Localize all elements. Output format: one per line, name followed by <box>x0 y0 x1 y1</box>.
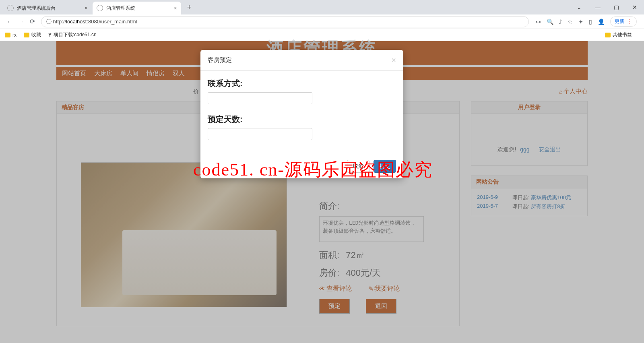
window-controls: ⌄ — ▢ ✕ <box>570 0 644 14</box>
url-input[interactable]: ⓘ http:// localhost :8080/user_main.html <box>41 16 529 27</box>
star-icon[interactable]: ☆ <box>568 19 573 25</box>
tab-active[interactable]: 酒店管理系统 × <box>93 2 181 14</box>
profile-icon[interactable]: 👤 <box>598 19 605 25</box>
address-bar: ← → ⟳ ⓘ http:// localhost :8080/user_mai… <box>0 14 644 29</box>
bookmark-proj[interactable]: Y项目下载:code51.cn <box>48 31 97 38</box>
bookmark-fav[interactable]: 收藏 <box>24 31 41 38</box>
globe-icon <box>97 5 103 11</box>
minimize-icon[interactable]: — <box>588 0 607 14</box>
close-icon[interactable]: × <box>174 5 177 11</box>
booking-modal: 客房预定 × 联系方式: 预定天数: 取消 提交 <box>200 50 403 178</box>
window-close-icon[interactable]: ✕ <box>625 0 644 14</box>
maximize-icon[interactable]: ▢ <box>607 0 625 14</box>
url-rest: :8080/user_main.html <box>87 19 137 25</box>
days-input[interactable] <box>208 128 312 140</box>
y-icon: Y <box>48 32 52 38</box>
days-label: 预定天数: <box>208 114 396 125</box>
bookmark-other[interactable]: 其他书签 <box>605 31 632 38</box>
new-tab-button[interactable]: + <box>184 3 195 12</box>
tab-backend[interactable]: 酒店管理系统后台 × <box>3 2 92 14</box>
close-icon[interactable]: × <box>85 5 88 11</box>
tab-title: 酒店管理系统后台 <box>17 5 56 12</box>
key-icon[interactable]: ⊶ <box>535 19 541 25</box>
panel-icon[interactable]: ▯ <box>589 19 592 25</box>
update-button[interactable]: 更新 ⋮ <box>610 17 637 27</box>
update-label: 更新 <box>615 18 624 25</box>
share-icon[interactable]: ⤴ <box>559 19 562 25</box>
tab-title: 酒店管理系统 <box>106 5 135 12</box>
modal-submit-button[interactable]: 提交 <box>374 160 396 173</box>
bookmark-rx[interactable]: rx <box>5 32 17 38</box>
globe-icon <box>7 5 14 11</box>
folder-icon <box>5 33 10 37</box>
modal-cancel-button[interactable]: 取消 <box>347 160 369 173</box>
close-icon[interactable]: × <box>391 56 396 65</box>
modal-title: 客房预定 <box>208 56 232 64</box>
contact-input[interactable] <box>208 92 312 104</box>
reload-icon[interactable]: ⟳ <box>27 18 38 25</box>
toolbar-icons: ⊶ 🔍 ⤴ ☆ ✦ ▯ 👤 更新 ⋮ <box>532 17 640 27</box>
forward-icon[interactable]: → <box>15 18 27 25</box>
extensions-icon[interactable]: ✦ <box>578 19 583 25</box>
browser-tab-strip: 酒店管理系统后台 × 酒店管理系统 × + ⌄ — ▢ ✕ <box>0 0 644 14</box>
folder-icon <box>605 33 611 37</box>
zoom-icon[interactable]: 🔍 <box>547 19 553 25</box>
url-host: localhost <box>66 19 87 25</box>
window-dropdown-icon[interactable]: ⌄ <box>570 0 588 14</box>
folder-icon <box>24 33 29 37</box>
url-prefix: ⓘ http:// <box>46 18 66 25</box>
menu-dots-icon: ⋮ <box>626 19 632 25</box>
contact-label: 联系方式: <box>208 78 396 89</box>
back-icon[interactable]: ← <box>4 18 15 25</box>
